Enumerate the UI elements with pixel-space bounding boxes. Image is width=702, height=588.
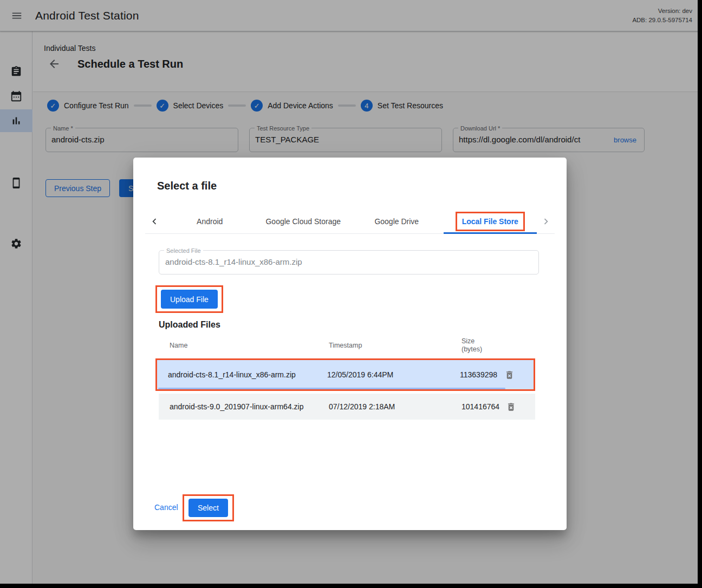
timestamp-cell: 07/12/2019 2:18AM: [329, 402, 461, 411]
tabs-scroll-right-button[interactable]: [537, 209, 555, 233]
tab-google-drive[interactable]: Google Drive: [350, 209, 444, 233]
annotation-box: Local File Store: [456, 212, 525, 231]
selected-file-label: Selected File: [164, 247, 203, 254]
annotation-box: Upload File: [155, 285, 223, 313]
table-row[interactable]: android-sts-9.0_201907-linux-arm64.zip 0…: [159, 394, 535, 420]
uploaded-files-heading: Uploaded Files: [159, 320, 220, 330]
file-name-cell: android-sts-9.0_201907-linux-arm64.zip: [170, 402, 329, 411]
tab-label: Android: [197, 217, 223, 226]
size-header-line2: (bytes): [461, 345, 482, 353]
tab-label: Google Drive: [374, 217, 419, 226]
delete-file-button[interactable]: [504, 400, 518, 414]
selected-file-value: android-cts-8.1_r14-linux_x86-arm.zip: [165, 257, 302, 266]
selected-file-field[interactable]: Selected File android-cts-8.1_r14-linux_…: [159, 250, 539, 275]
cancel-button[interactable]: Cancel: [154, 503, 178, 512]
screen-edge-right: [698, 0, 702, 588]
select-file-dialog: Select a file Android Google Cloud Stora…: [133, 158, 567, 530]
tab-google-cloud-storage[interactable]: Google Cloud Storage: [257, 209, 350, 233]
tab-label: Local File Store: [462, 217, 518, 226]
screen-edge-bottom: [0, 584, 702, 588]
annotation-box: Select: [183, 494, 234, 521]
timestamp-cell: 12/05/2019 6:44PM: [327, 370, 460, 379]
column-header-timestamp: Timestamp: [329, 342, 461, 349]
tab-label: Google Cloud Storage: [265, 217, 341, 226]
upload-file-button[interactable]: Upload File: [161, 290, 218, 309]
tab-list: Android Google Cloud Storage Google Driv…: [163, 209, 537, 233]
table-row-selected[interactable]: android-cts-8.1_r14-linux_x86-arm.zip 12…: [157, 360, 534, 389]
dialog-title: Select a file: [157, 180, 217, 192]
annotation-box: android-cts-8.1_r14-linux_x86-arm.zip 12…: [155, 358, 535, 391]
file-name-cell: android-cts-8.1_r14-linux_x86-arm.zip: [168, 370, 327, 379]
delete-file-button[interactable]: [502, 368, 516, 382]
tab-local-file-store[interactable]: Local File Store: [444, 209, 537, 233]
column-header-size: Size (bytes): [461, 337, 500, 354]
size-cell: 101416764: [461, 402, 500, 411]
horizontal-scrollbar[interactable]: [158, 388, 505, 389]
tab-android[interactable]: Android: [163, 209, 257, 233]
select-button[interactable]: Select: [188, 499, 228, 517]
size-cell: 113639298: [460, 370, 499, 379]
tabs-scroll-left-button[interactable]: [145, 209, 163, 233]
size-header-line1: Size: [461, 337, 474, 345]
column-header-name: Name: [170, 342, 329, 349]
uploaded-files-table-header: Name Timestamp Size (bytes): [159, 335, 535, 356]
file-source-tabs: Android Google Cloud Storage Google Driv…: [145, 209, 555, 234]
